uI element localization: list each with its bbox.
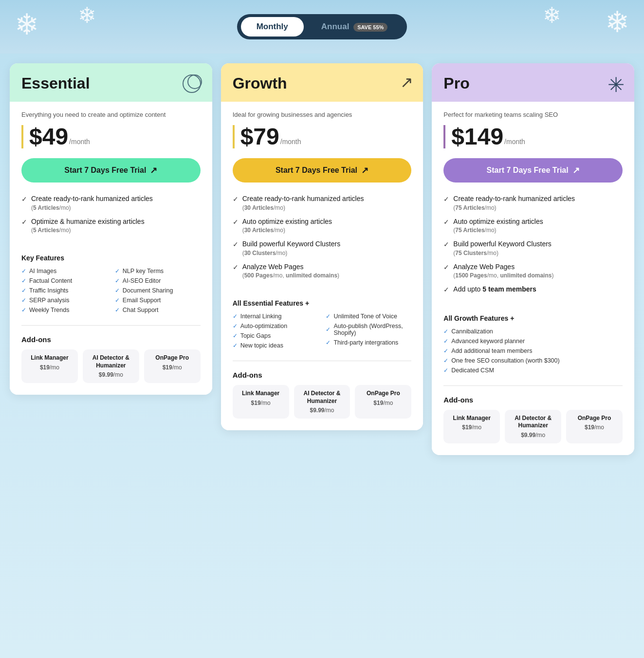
addon-name: Link Manager [238,390,284,398]
key-feature-item: ✓Document Sharing [115,287,201,294]
growth-period: /month [280,138,301,146]
all-features-label: All Essential Features + [233,299,412,307]
key-feature-item: ✓Third-party intergrations [326,339,411,346]
key-feature-label: Add additional team members [451,347,532,354]
addon-item: AI Detector & Humanizer $9.99/mo [294,385,350,419]
key-feature-label: Third-party intergrations [333,339,398,346]
check-icon: ✓ [233,263,239,273]
svg-point-0 [183,75,201,92]
check-icon: ✓ [233,342,238,349]
list-item: ✓ Add upto 5 team members [443,285,623,295]
key-feature-label: Chat Support [123,307,159,313]
check-icon: ✓ [326,326,331,333]
key-feature-label: AI Images [29,268,56,274]
key-feature-label: Dedicated CSM [451,367,494,374]
key-feature-label: Document Sharing [123,287,173,294]
check-icon: ✓ [233,240,239,250]
key-features-grid: ✓AI Images ✓NLP key Terms ✓Factual Conte… [21,268,201,313]
key-feature-item: ✓Unlimited Tone of Voice [326,313,411,320]
list-item: ✓ Auto optimize existing articles (75 Ar… [443,217,623,235]
key-feature-label: Email Support [123,297,161,304]
addon-name: Link Manager [448,415,495,422]
addon-price: $9.99/mo [510,432,556,439]
growth-price-row: $79 /month [233,125,412,148]
growth-plan-icon: ↗ [400,73,413,91]
feature-text: Create ready-to-rank humanized articles … [31,194,153,212]
addons-grid: Link Manager $19/mo AI Detector & Humani… [21,349,201,383]
addon-name: AI Detector & Humanizer [299,390,346,405]
check-icon: ✓ [115,297,120,304]
snowflake-icon: ❄ [543,2,561,28]
save-badge: SAVE 55% [353,23,387,32]
key-feature-item: ✓Auto-optimization [233,323,318,329]
check-icon: ✓ [21,195,27,204]
key-feature-label: Weekly Trends [29,307,69,313]
key-feature-label: NLP key Terms [123,268,164,274]
addon-price: $19/mo [448,424,495,431]
key-feature-label: Advanced keyword planner [451,338,525,345]
all-features-label: All Growth Features + [443,314,623,322]
list-item: ✓ Optimize & humanize existing articles … [21,217,201,235]
essential-plan-card: Essential Everything you need to create … [10,63,212,395]
divider [443,385,623,386]
check-icon: ✓ [326,339,331,346]
growth-cta-label: Start 7 Days Free Trial [276,166,357,175]
feature-text: Create ready-to-rank humanized articles … [453,194,575,212]
key-feature-label: Auto-publish (WordPress, Shopify) [333,323,411,336]
key-feature-label: Topic Gaps [240,332,271,339]
key-feature-item: ✓Auto-publish (WordPress, Shopify) [326,323,411,336]
addon-price: $9.99/mo [88,371,134,378]
check-icon: ✓ [443,338,448,345]
feature-text: Optimize & humanize existing articles (5… [31,217,145,235]
addon-item: OnPage Pro $19/mo [566,410,623,443]
addon-name: OnPage Pro [149,354,196,362]
check-icon: ✓ [115,268,120,274]
feature-sub: (75 Articles/mo) [453,204,575,212]
addons-grid: Link Manager $19/mo AI Detector & Humani… [443,410,623,443]
essential-price-row: $49 /month [21,125,201,148]
pro-price: $149 [451,125,503,148]
divider [21,325,201,326]
growth-trial-btn[interactable]: Start 7 Days Free Trial ↗ [233,158,412,183]
check-icon: ✓ [233,332,238,339]
key-feature-label: Unlimited Tone of Voice [333,313,397,320]
all-features-grid: ✓Internal Linking ✓Auto-optimization ✓To… [233,313,412,349]
annual-label: Annual [321,22,350,31]
addon-item: Link Manager $19/mo [443,410,500,443]
check-icon: ✓ [443,285,449,295]
growth-addons: Add-ons Link Manager $19/mo AI Detector … [233,371,412,419]
key-feature-item: ✓Traffic Insights [21,287,107,294]
key-feature-item: ✓Internal Linking [233,313,318,320]
annual-toggle-btn[interactable]: Annual SAVE 55% [306,17,404,37]
addon-name: AI Detector & Humanizer [510,415,556,430]
key-feature-item: ✓Weekly Trends [21,307,107,313]
check-icon: ✓ [443,218,449,227]
key-feature-item: ✓Topic Gaps [233,332,318,339]
key-feature-label: Auto-optimization [240,323,288,329]
key-feature-item: ✓AI-SEO Editor [115,277,201,284]
addon-item: OnPage Pro $19/mo [355,385,411,419]
list-item: ✓ Analyze Web Pages (500 Pages/mo, unlim… [233,262,412,280]
snowflake-icon: ❄ [605,5,629,39]
addon-name: OnPage Pro [571,415,618,422]
feature-text: Build powerful Keyword Clusters (30 Clus… [242,239,341,257]
growth-features-list: ✓ Create ready-to-rank humanized article… [233,194,412,280]
pro-addons: Add-ons Link Manager $19/mo AI Detector … [443,396,623,443]
pro-plan-card: Pro ✳ Perfect for marketing teams scalin… [432,63,634,455]
feature-sub: (30 Articles/mo) [242,204,364,212]
pro-plan-body: Perfect for marketing teams scaling SEO … [432,110,634,455]
feature-text: Auto optimize existing articles (30 Arti… [242,217,332,235]
key-feature-label: Cannibalization [451,328,493,335]
check-icon: ✓ [443,240,449,250]
check-icon: ✓ [115,307,120,313]
pro-trial-btn[interactable]: Start 7 Days Free Trial ↗ [443,158,623,183]
key-feature-label: New topic ideas [240,342,283,349]
monthly-toggle-btn[interactable]: Monthly [241,17,304,37]
check-icon: ✓ [233,323,238,329]
essential-trial-btn[interactable]: Start 7 Days Free Trial ↗ [21,158,201,183]
key-feature-label: One free SEO consultation (worth $300) [451,357,559,364]
list-item: ✓ Build powerful Keyword Clusters (75 Cl… [443,239,623,257]
pro-features-list: ✓ Create ready-to-rank humanized article… [443,194,623,294]
feature-sub: (1500 Pages/mo, unlimited domains) [453,272,553,280]
key-feature-item: ✓Cannibalization [443,328,623,335]
